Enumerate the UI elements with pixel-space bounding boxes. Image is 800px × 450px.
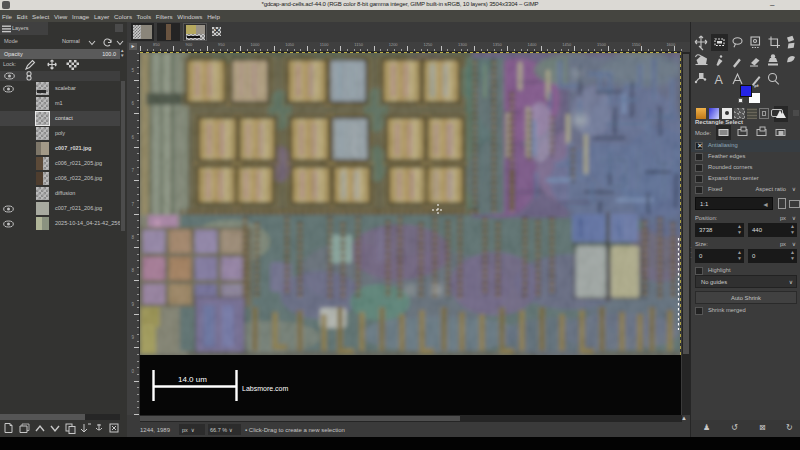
svg-text:Labsmore.com: Labsmore.com xyxy=(242,385,288,392)
svg-text:14.0 um: 14.0 um xyxy=(178,375,207,384)
svg-text:A: A xyxy=(715,73,724,87)
